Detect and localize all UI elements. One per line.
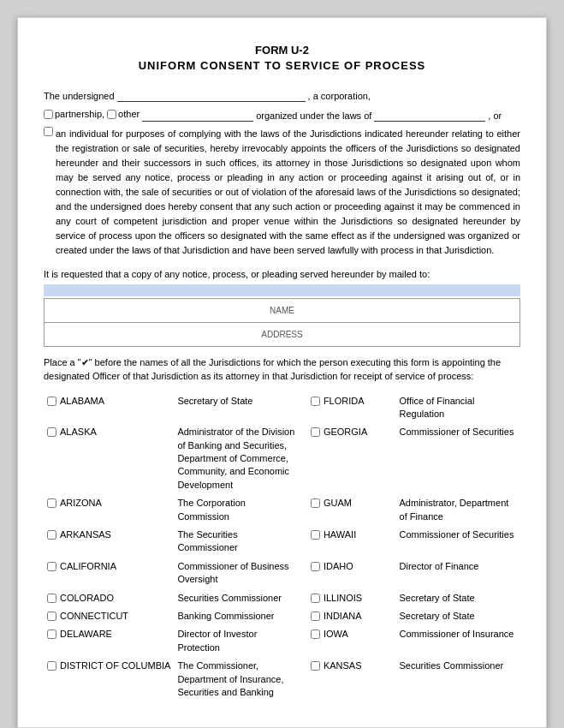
table-row: ALABAMASecretary of StateFLORIDAOffice o… <box>44 392 520 424</box>
checkbox-hawaii[interactable] <box>311 530 320 540</box>
spacer <box>299 423 307 494</box>
jurisdiction-label: KANSAS <box>324 659 362 672</box>
spacer <box>299 558 307 589</box>
table-row: DISTRICT OF COLUMBIAThe Commissioner, De… <box>44 657 520 701</box>
checkbox-arizona[interactable] <box>47 498 56 508</box>
spacer <box>299 494 307 526</box>
checkbox-connecticut[interactable] <box>47 612 56 621</box>
right-jurisdiction-officer: Commissioner of Insurance <box>396 625 520 657</box>
form-subtitle: UNIFORM CONSENT TO SERVICE OF PROCESS <box>44 59 520 72</box>
spacer <box>299 589 307 607</box>
left-jurisdiction-officer: The Securities Commissioner <box>174 526 299 558</box>
checkbox-kansas[interactable] <box>311 661 320 671</box>
intro-text2: , a corporation, <box>308 89 371 104</box>
right-jurisdiction-officer: Office of Financial Regulation <box>396 392 520 424</box>
checkbox-guam[interactable] <box>311 498 320 508</box>
right-jurisdiction-name: FLORIDA <box>307 392 396 424</box>
left-jurisdiction-officer: Director of Investor Protection <box>174 625 299 657</box>
checkbox-arkansas[interactable] <box>47 530 56 540</box>
left-jurisdiction-officer: Banking Commissioner <box>174 607 299 625</box>
left-jurisdiction-officer: Securities Commissioner <box>174 589 299 607</box>
jurisdiction-label: CONNECTICUT <box>60 610 128 623</box>
jurisdiction-label: GEORGIA <box>324 426 367 439</box>
right-jurisdiction-name: KANSAS <box>307 657 396 701</box>
spacer <box>299 625 307 657</box>
left-jurisdiction-name: COLORADO <box>44 589 174 607</box>
jurisdiction-label: ARKANSAS <box>60 528 111 541</box>
copy-text: It is requested that a copy of any notic… <box>44 269 520 279</box>
table-row: ARIZONAThe Corporation CommissionGUAMAdm… <box>44 494 520 526</box>
checkbox-illinois[interactable] <box>311 594 320 603</box>
checkbox-idaho[interactable] <box>311 562 320 571</box>
jurisdictions-table: ALABAMASecretary of StateFLORIDAOffice o… <box>44 392 520 702</box>
left-jurisdiction-officer: The Commissioner, Department of Insuranc… <box>174 657 299 701</box>
right-jurisdiction-officer: Secretary of State <box>396 589 520 607</box>
partnership-checkbox-wrap: partnership, <box>44 107 104 122</box>
jurisdiction-label: INDIANA <box>324 610 362 623</box>
checkbox-alabama[interactable] <box>47 397 56 406</box>
left-jurisdiction-officer: The Corporation Commission <box>174 494 299 526</box>
left-jurisdiction-name: DELAWARE <box>44 625 174 657</box>
intro-text5: organized under the laws of <box>256 109 371 123</box>
right-jurisdiction-officer: Secretary of State <box>396 607 520 625</box>
intro-section: The undersigned , a corporation, partner… <box>44 89 520 259</box>
name-label: NAME <box>45 298 520 322</box>
checkbox-iowa[interactable] <box>311 630 320 639</box>
other-checkbox-wrap: other <box>107 107 140 122</box>
spacer <box>299 657 307 701</box>
other-checkbox[interactable] <box>107 110 116 119</box>
left-jurisdiction-officer: Secretary of State <box>174 392 299 424</box>
checkbox-colorado[interactable] <box>47 594 56 603</box>
checkbox-california[interactable] <box>47 562 56 571</box>
left-jurisdiction-name: ARIZONA <box>44 494 174 526</box>
left-jurisdiction-name: ALABAMA <box>44 392 174 424</box>
checkbox-indiana[interactable] <box>311 612 320 621</box>
right-jurisdiction-officer: Commissioner of Securities <box>396 423 520 494</box>
checkbox-alaska[interactable] <box>47 427 56 437</box>
other-field[interactable] <box>142 110 253 122</box>
laws-field[interactable] <box>374 110 485 122</box>
individual-checkbox-wrap <box>44 127 53 136</box>
spacer <box>299 526 307 558</box>
right-jurisdiction-name: INDIANA <box>307 607 396 625</box>
name-row: NAME <box>45 298 520 322</box>
table-row: CONNECTICUTBanking CommissionerINDIANASe… <box>44 607 520 625</box>
undersigned-field[interactable] <box>117 91 306 102</box>
jurisdiction-label: ILLINOIS <box>324 592 362 605</box>
checkbox-district-of-columbia[interactable] <box>47 661 56 671</box>
left-jurisdiction-name: CONNECTICUT <box>44 607 174 625</box>
jurisdiction-label: HAWAII <box>324 528 356 541</box>
spacer <box>299 392 307 424</box>
jurisdiction-label: IDAHO <box>324 560 353 573</box>
table-row: ARKANSASThe Securities CommissionerHAWAI… <box>44 526 520 558</box>
place-instruction: Place a "✔" before the names of all the … <box>44 355 520 384</box>
checkbox-florida[interactable] <box>311 397 320 406</box>
jurisdiction-label: DELAWARE <box>60 628 112 641</box>
individual-checkbox[interactable] <box>44 127 53 136</box>
partnership-label: partnership, <box>55 107 104 122</box>
partnership-checkbox[interactable] <box>44 110 53 119</box>
table-row: ALASKAAdministrator of the Division of B… <box>44 423 520 494</box>
copy-section: It is requested that a copy of any notic… <box>44 269 520 279</box>
jurisdiction-label: CALIFORNIA <box>60 560 116 573</box>
table-row: DELAWAREDirector of Investor ProtectionI… <box>44 625 520 657</box>
other-label: other <box>118 107 140 122</box>
left-jurisdiction-name: CALIFORNIA <box>44 558 174 589</box>
checkbox-delaware[interactable] <box>47 630 56 639</box>
jurisdiction-label: GUAM <box>324 497 352 510</box>
right-jurisdiction-name: GEORGIA <box>307 423 396 494</box>
checkbox-georgia[interactable] <box>311 427 320 437</box>
right-jurisdiction-officer: Administrator, Department of Finance <box>396 494 520 526</box>
right-jurisdiction-name: IDAHO <box>307 558 396 589</box>
jurisdiction-label: COLORADO <box>60 592 114 605</box>
right-jurisdiction-name: GUAM <box>307 494 396 526</box>
right-jurisdiction-name: HAWAII <box>307 526 396 558</box>
spacer <box>299 607 307 625</box>
form-page: FORM U-2 UNIFORM CONSENT TO SERVICE OF P… <box>17 17 547 728</box>
jurisdiction-label: ALASKA <box>60 426 97 439</box>
right-jurisdiction-name: ILLINOIS <box>307 589 396 607</box>
left-jurisdiction-name: ARKANSAS <box>44 526 174 558</box>
address-row: ADDRESS <box>45 322 520 346</box>
jurisdiction-label: DISTRICT OF COLUMBIA <box>60 659 170 672</box>
address-label: ADDRESS <box>45 322 520 346</box>
